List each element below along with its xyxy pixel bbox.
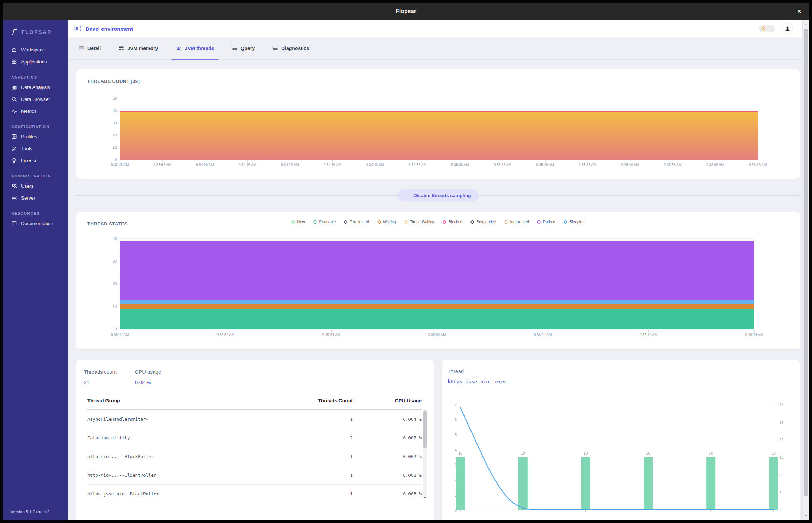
thread-group-cell: http-nio-...--BlockPoller bbox=[87, 454, 300, 459]
sidebar-item-server[interactable]: Server bbox=[3, 192, 68, 204]
tab-query[interactable]: Query bbox=[232, 37, 255, 59]
table-row[interactable]: Catalina-utility- 2 0.007 % bbox=[87, 428, 422, 447]
y-tick-label: 0 bbox=[115, 158, 117, 162]
tab-diagnostics[interactable]: Diagnostics bbox=[272, 37, 309, 59]
legend-ring bbox=[344, 220, 347, 224]
legend-item-parked[interactable]: Parked bbox=[537, 220, 555, 224]
sidebar-item-license[interactable]: License bbox=[3, 154, 68, 166]
threads-count-x-axis: 9:33:46 AM9:33:56 AM9:34:06 AM9:34:16 AM… bbox=[120, 160, 758, 170]
threads-count-cell: 1 bbox=[300, 473, 353, 478]
legend-item-interrupted[interactable]: Interrupted bbox=[505, 220, 529, 224]
table-scrollbar[interactable] bbox=[423, 409, 427, 498]
legend-item-terminated[interactable]: Terminated bbox=[344, 220, 369, 224]
tab-jvm-threads[interactable]: JVM threads bbox=[176, 37, 214, 59]
x-tick-label: 9:35:36 AM bbox=[579, 163, 597, 167]
y-tick-label: 5 bbox=[455, 433, 457, 437]
legend-item-suspended[interactable]: Suspended bbox=[471, 220, 496, 224]
y-tick-label: 7 bbox=[455, 403, 457, 407]
legend-label: Interrupted bbox=[510, 220, 529, 224]
panel-toggle-icon[interactable] bbox=[74, 25, 81, 32]
thread-states-card: THREAD STATES New Runnable Terminated Wa… bbox=[76, 212, 800, 349]
x-tick-label: 9:34:46 AM bbox=[366, 163, 384, 167]
tools-icon bbox=[11, 146, 17, 151]
x-tick-label: 9:35:46 AM bbox=[621, 163, 639, 167]
table-row[interactable]: http-nio-...--BlockPoller 1 0.002 % bbox=[87, 447, 422, 466]
x-tick-label: 9:36:10 AM bbox=[640, 333, 658, 337]
x-tick-mark bbox=[648, 330, 649, 332]
x-tick-label: 9:35:06 AM bbox=[451, 163, 469, 167]
table-row[interactable]: http-nio-...--ClientPoller 1 0.002 % bbox=[87, 466, 422, 485]
legend-ring bbox=[537, 220, 541, 224]
sidebar: FLOPSAR Workspace Applications ANALYTICS… bbox=[3, 20, 68, 520]
pulse-icon bbox=[11, 108, 17, 114]
sidebar-item-applications[interactable]: Applications bbox=[3, 56, 68, 68]
x-tick-mark bbox=[503, 160, 503, 162]
table-row[interactable]: AsyncFileHandlerWriter- 1 0.004 % bbox=[87, 410, 422, 428]
sidebar-item-workspace[interactable]: Workspace bbox=[3, 44, 68, 56]
sidebar-item-documentation[interactable]: Documentation bbox=[3, 217, 68, 229]
legend-item-blocked[interactable]: Blocked bbox=[443, 220, 462, 224]
users-icon bbox=[11, 183, 17, 189]
person-icon bbox=[784, 25, 791, 32]
spider-icon bbox=[176, 45, 182, 51]
close-icon[interactable]: ✕ bbox=[797, 8, 801, 14]
legend-item-timed-waiting[interactable]: Timed Waiting bbox=[404, 220, 434, 224]
environment-title[interactable]: Devel environment bbox=[86, 26, 133, 32]
legend-label: New bbox=[297, 220, 305, 224]
memory-icon bbox=[118, 45, 124, 51]
y-tick-label: 0 bbox=[115, 327, 117, 331]
sidebar-item-tools[interactable]: Tools bbox=[3, 142, 68, 154]
column-cpu-usage: CPU Usage bbox=[353, 398, 422, 403]
table-scrollbar-thumb[interactable] bbox=[423, 410, 427, 448]
x-tick-mark bbox=[460, 160, 460, 162]
x-tick-mark bbox=[120, 160, 120, 162]
legend-item-sleeping[interactable]: Sleeping bbox=[564, 220, 585, 224]
main-header: Devel environment bbox=[68, 20, 809, 37]
x-tick-label: 9:35:56 AM bbox=[664, 163, 682, 167]
scroll-down-icon[interactable]: ▼ bbox=[803, 513, 809, 518]
sidebar-item-label: Profiles bbox=[21, 134, 37, 139]
sidebar-item-metrics[interactable]: Metrics bbox=[3, 105, 68, 117]
diagnostics-list-icon bbox=[272, 45, 278, 51]
x-tick-mark bbox=[247, 160, 248, 162]
sidebar-item-data-analysis[interactable]: Data Analysis bbox=[3, 81, 68, 93]
table-scroll-down-icon[interactable]: ▼ bbox=[423, 496, 427, 499]
threads-count-title: THREADS COUNT [39] bbox=[87, 79, 140, 84]
sidebar-item-users[interactable]: Users bbox=[3, 180, 68, 192]
main-scrollbar-thumb[interactable] bbox=[804, 29, 808, 496]
table-row[interactable]: https-jsse-nio--BlockPoller 1 0.003 % bbox=[87, 485, 422, 503]
legend-item-runnable[interactable]: Runnable bbox=[314, 220, 336, 224]
app-body: FLOPSAR Workspace Applications ANALYTICS… bbox=[3, 20, 809, 520]
theme-toggle[interactable] bbox=[759, 25, 775, 32]
thread-group-cell: http-nio-...--ClientPoller bbox=[87, 473, 300, 478]
legend-ring bbox=[505, 220, 508, 224]
y-tick-label: 6 bbox=[455, 418, 457, 421]
threads-count-plot bbox=[120, 98, 758, 160]
tab-label: JVM threads bbox=[185, 45, 214, 51]
y-tick-label: 4 bbox=[455, 448, 457, 452]
scroll-up-icon[interactable]: ▲ bbox=[803, 22, 809, 27]
app-logo: FLOPSAR bbox=[3, 20, 68, 39]
main-scrollbar[interactable]: ▲ ▼ bbox=[802, 20, 809, 520]
x-tick-label: 9:36:00 AM bbox=[428, 333, 446, 337]
x-tick-label: 9:36:16 AM bbox=[749, 163, 767, 167]
sidebar-section-configuration: CONFIGURATION bbox=[3, 117, 68, 130]
sidebar-item-data-browser[interactable]: Data Browser bbox=[3, 93, 68, 105]
sampling-button-label: Disable threads sampling bbox=[413, 193, 471, 198]
user-avatar[interactable] bbox=[782, 23, 793, 34]
cpu-usage-cell: 0.007 % bbox=[353, 435, 422, 440]
tab-detail[interactable]: Detail bbox=[79, 37, 101, 59]
sidebar-item-profiles[interactable]: Profiles bbox=[3, 130, 68, 142]
thread-group-cell: AsyncFileHandlerWriter- bbox=[87, 416, 300, 422]
tab-label: Detail bbox=[87, 45, 101, 51]
disable-threads-sampling-button[interactable]: — Disable threads sampling bbox=[397, 189, 479, 201]
thread-chart-right-axis: 16141210864 bbox=[779, 405, 800, 510]
thread-states-plot bbox=[120, 239, 754, 329]
thread-name[interactable]: https-jsse-nio--exec- bbox=[448, 379, 800, 384]
legend-item-new[interactable]: New bbox=[292, 220, 305, 224]
tab-jvm-memory[interactable]: JVM memory bbox=[118, 37, 158, 59]
legend-item-waiting[interactable]: Waiting bbox=[377, 220, 396, 224]
legend-label: Blocked bbox=[449, 220, 462, 224]
sidebar-item-label: Data Browser bbox=[21, 97, 50, 102]
y-tick-label: 12 bbox=[780, 438, 783, 442]
